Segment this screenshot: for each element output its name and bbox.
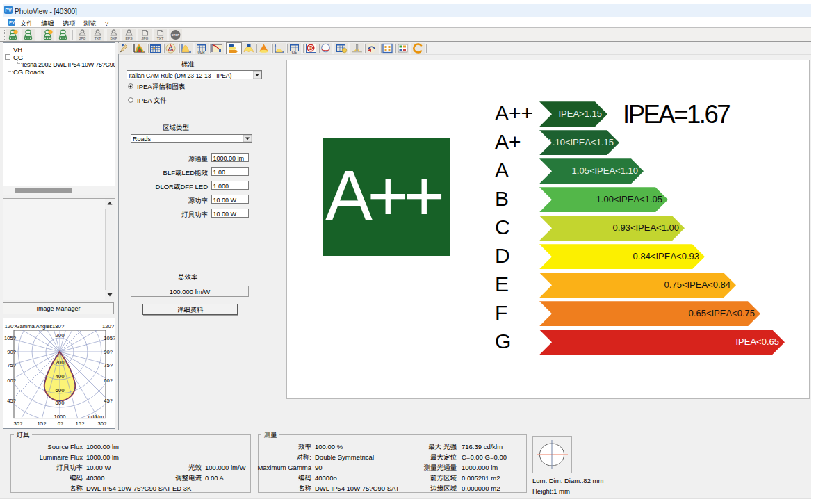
- svg-text:1000: 1000: [54, 414, 65, 420]
- svg-text:200: 200: [56, 332, 65, 339]
- svg-text:JPG: JPG: [141, 36, 148, 40]
- svg-text:Gamma Angles180?: Gamma Angles180?: [16, 323, 65, 330]
- svg-text:15?: 15?: [38, 421, 47, 427]
- svg-text:105?: 105?: [4, 335, 16, 341]
- svg-text:STOP: STOP: [172, 33, 180, 37]
- svg-text:DXF: DXF: [111, 36, 117, 40]
- svg-text:400: 400: [56, 373, 65, 380]
- svg-text:60?: 60?: [7, 377, 16, 384]
- svg-text:JPG: JPG: [79, 36, 85, 40]
- svg-text:15?: 15?: [76, 421, 85, 427]
- svg-text:800: 800: [56, 400, 65, 406]
- svg-text:200: 200: [56, 359, 65, 366]
- svg-text:75?: 75?: [7, 362, 16, 368]
- svg-text:TXT: TXT: [157, 36, 163, 40]
- svg-text:600: 600: [56, 387, 65, 393]
- svg-text:120?: 120?: [5, 323, 17, 330]
- svg-text:CIE: CIE: [291, 51, 297, 54]
- svg-text:105?: 105?: [104, 335, 115, 341]
- svg-text:90?: 90?: [104, 349, 113, 355]
- svg-text:60?: 60?: [104, 377, 113, 384]
- svg-text:UGR: UGR: [198, 51, 206, 54]
- svg-text:cd/klm: cd/klm: [88, 414, 104, 420]
- svg-text:TXT: TXT: [95, 36, 101, 40]
- svg-text:45?: 45?: [7, 398, 16, 404]
- svg-text:EPS: EPS: [125, 36, 133, 40]
- svg-text:45?: 45?: [104, 398, 113, 404]
- svg-text:30?: 30?: [14, 421, 23, 427]
- svg-text:90?: 90?: [7, 349, 16, 355]
- svg-text:75?: 75?: [104, 362, 113, 368]
- svg-text:120?: 120?: [102, 323, 114, 330]
- svg-text:0?: 0?: [58, 421, 64, 427]
- svg-text:30?: 30?: [98, 421, 107, 427]
